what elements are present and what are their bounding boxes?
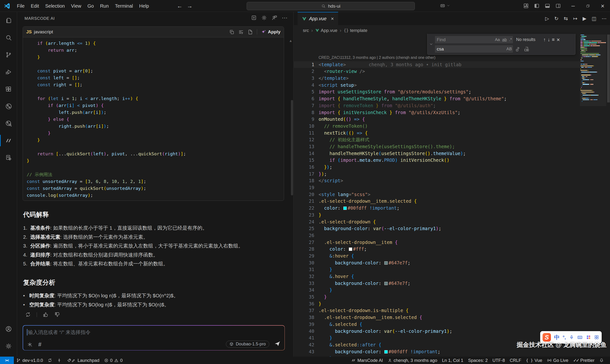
ime-keyboard-icon[interactable] [577, 335, 583, 340]
status-dev-v1-0-0[interactable]: dev-v1.0.0 [14, 357, 45, 364]
ime-toolbox-icon[interactable] [594, 335, 599, 340]
more-editor-actions-icon[interactable]: ⋯ [602, 16, 607, 21]
context-hash-icon[interactable]: # [38, 341, 41, 348]
menu-help[interactable]: Help [136, 2, 152, 10]
menu-file[interactable]: File [14, 2, 28, 10]
editor-scrollbar[interactable] [607, 35, 610, 103]
ime-punctuation-icon[interactable]: °, [563, 335, 566, 340]
account-menu-button[interactable] [440, 3, 450, 9]
close-button[interactable]: × [595, 0, 610, 12]
menu-view[interactable]: View [68, 2, 84, 10]
thumbs-down-icon[interactable] [54, 312, 60, 318]
feedback-icon[interactable] [272, 15, 277, 21]
status-sync[interactable] [45, 357, 54, 364]
marscode-ai-icon[interactable] [0, 132, 17, 149]
search-value: hds-ui [328, 4, 340, 9]
toggle-secondary-sidebar-icon[interactable] [555, 3, 561, 9]
panel-scrollbar[interactable] [291, 100, 293, 195]
remote-indicator[interactable]: >< [0, 357, 14, 364]
run-debug-icon[interactable]: ▶ [583, 16, 586, 21]
compare-icon[interactable]: ⇆ [564, 16, 568, 21]
codelens-authors[interactable]: CRED_ZAC\11312, 3 months ago | 2 authors… [319, 54, 435, 61]
search-input[interactable]: hds-ui [247, 2, 415, 10]
code-editor[interactable]: CRED_ZAC\11312, 3 months ago | 2 authors… [294, 36, 580, 357]
more-actions-icon[interactable]: ⋯ [282, 15, 288, 21]
run-icon[interactable]: ▷ [545, 16, 549, 21]
status-go-live[interactable]: Go Live [545, 357, 571, 364]
apply-label: Apply [268, 29, 280, 35]
send-icon[interactable] [274, 341, 280, 347]
status-marscode-ai[interactable]: MarsCode AI [349, 357, 385, 364]
minimize-button[interactable]: ─ [566, 0, 581, 12]
panel-settings-icon[interactable] [261, 15, 267, 21]
breadcrumb-item-src[interactable]: src [303, 28, 309, 33]
code-line: 34 } [294, 286, 580, 294]
git-graph-icon[interactable] [0, 98, 17, 115]
line-number: 32 [294, 273, 319, 280]
thumbs-up-icon[interactable] [43, 312, 49, 318]
nav-forward-icon[interactable]: → [187, 3, 193, 9]
chat-input[interactable]: 输入消息或者 “/” 来选择指令 # Doubao-1.5-pro [23, 326, 285, 350]
regenerate-icon[interactable] [25, 312, 31, 318]
insert-code-icon[interactable] [238, 29, 244, 35]
breadcrumb-item-template[interactable]: {}template [344, 28, 367, 33]
split-editor-icon[interactable]: ◫ [592, 16, 597, 21]
ime-skin-icon[interactable] [586, 335, 591, 340]
scroll-up-icon[interactable]: ▲ [289, 39, 292, 43]
project-config-icon[interactable] [0, 149, 17, 166]
search-view-icon[interactable] [0, 29, 17, 46]
panel-code-line: console.log(sortedArray); [27, 192, 284, 199]
status-spaces-2[interactable]: Spaces: 2 [466, 357, 490, 364]
status-vue[interactable]: { }Vue [523, 357, 545, 364]
skills-icon[interactable] [27, 342, 33, 347]
copy-code-icon[interactable] [229, 29, 234, 35]
source-control-icon[interactable] [0, 46, 17, 63]
minimap[interactable] [580, 35, 606, 357]
status-chenqh-3-months-ago[interactable]: chenqh, 3 months ago [385, 357, 440, 364]
menu-go[interactable]: Go [84, 2, 97, 10]
ime-language-toggle[interactable]: 中 [554, 334, 559, 341]
extensions-icon[interactable] [0, 80, 17, 98]
run-debug-icon[interactable] [0, 63, 17, 80]
ime-mic-icon[interactable] [569, 335, 574, 340]
status-ln-1-col-1[interactable]: Ln 1, Col 1 [440, 357, 466, 364]
settings-gear-icon[interactable] [0, 338, 17, 355]
status-utf-8[interactable]: UTF-8 [490, 357, 507, 364]
menu-terminal[interactable]: Terminal [112, 2, 136, 10]
tab-close-icon[interactable]: × [331, 16, 334, 22]
line-number: 15 [294, 157, 319, 164]
apply-button[interactable]: Apply [261, 29, 280, 35]
status-bell[interactable] [597, 357, 606, 364]
breadcrumb-separator: › [340, 28, 341, 33]
open-changes-icon[interactable]: ↻ [554, 16, 558, 21]
new-chat-icon[interactable] [251, 15, 257, 21]
new-file-code-icon[interactable] [247, 29, 253, 35]
panel-code-line: right.push(arr[i]); [27, 123, 284, 130]
toggle-panel-icon[interactable] [545, 3, 550, 9]
account-icon[interactable] [0, 320, 17, 338]
chevron-down-icon [447, 4, 450, 7]
status-commit[interactable] [54, 357, 64, 364]
line-number: 43 [294, 348, 319, 355]
toggle-primary-sidebar-icon[interactable] [534, 3, 540, 9]
customize-layout-icon[interactable] [523, 3, 529, 9]
model-selector[interactable]: Doubao-1.5-pro [226, 341, 269, 348]
nav-back-icon[interactable]: ← [177, 3, 182, 9]
git-graph-search-icon[interactable] [0, 115, 17, 132]
menu-selection[interactable]: Selection [42, 2, 68, 10]
status-launchpad[interactable]: Launchpad [64, 357, 102, 364]
ime-logo-icon[interactable]: S [543, 333, 551, 342]
goto-file-icon[interactable]: ↦ [573, 16, 577, 21]
code-line: 17}); [294, 170, 580, 178]
status-crlf[interactable]: CRLF [507, 357, 523, 364]
menu-edit[interactable]: Edit [28, 2, 42, 10]
restore-button[interactable] [581, 0, 595, 12]
menu-run[interactable]: Run [97, 2, 112, 10]
tab-app-vue[interactable]: App.vue × [298, 12, 338, 25]
person-icon [388, 358, 392, 363]
breadcrumb-item-app-vue[interactable]: App.vue [315, 28, 337, 33]
code-line: 31 } [294, 266, 580, 273]
status-prettier[interactable]: ✓✓Prettier [571, 357, 597, 364]
explorer-icon[interactable] [0, 12, 17, 29]
status-0-0[interactable]: 00 [102, 357, 125, 364]
